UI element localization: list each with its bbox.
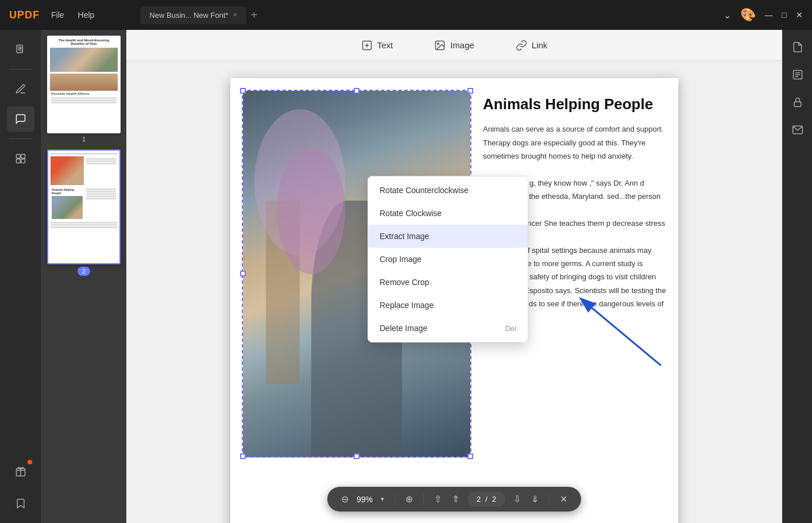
toolbar-image[interactable]: Image <box>425 35 484 56</box>
toolbar-text[interactable]: Text <box>352 35 403 56</box>
page-down-button[interactable]: ⇩ <box>511 491 523 507</box>
menu-help[interactable]: Help <box>78 10 95 20</box>
page-up-button[interactable]: ⇧ <box>432 491 444 507</box>
article-para-2: homes to help nd anxiety. <box>548 152 633 160</box>
sidebar-item-pages[interactable] <box>7 37 34 62</box>
close-toolbar-button[interactable]: ✕ <box>558 491 570 507</box>
zoom-out-button[interactable]: ⊖ <box>339 491 351 507</box>
handle-bottom-mid[interactable] <box>354 453 359 459</box>
tab-close[interactable]: × <box>233 11 237 19</box>
svg-rect-16 <box>794 102 801 106</box>
sidebar-item-organize[interactable] <box>7 146 34 171</box>
svg-rect-6 <box>21 155 25 159</box>
gift-badge <box>28 460 32 464</box>
text-icon <box>361 40 373 51</box>
menu-delete-shortcut: Del <box>505 324 516 333</box>
handle-top-mid[interactable] <box>354 88 359 94</box>
sidebar-item-gift[interactable] <box>7 459 34 484</box>
divider-3 <box>549 494 550 505</box>
menu-extract-label: Extract Image <box>380 232 429 241</box>
svg-rect-7 <box>16 159 20 163</box>
menu-replace-image[interactable]: Replace Image <box>368 294 528 317</box>
sidebar-item-comment[interactable] <box>7 106 34 132</box>
menu-extract-image[interactable]: Extract Image <box>368 225 528 248</box>
menu-replace-label: Replace Image <box>380 301 434 310</box>
page-bottom-button[interactable]: ⇓ <box>529 491 541 507</box>
divider-1 <box>395 494 395 505</box>
page-indicator: 2 / 2 <box>467 491 505 507</box>
tab-add[interactable]: + <box>251 9 258 22</box>
thumbnail-page-1[interactable]: The Health and Mood-BoostingBenefits of … <box>46 36 122 143</box>
divider-2 <box>423 494 424 505</box>
sidebar-item-edit[interactable] <box>7 76 34 102</box>
svg-point-12 <box>438 43 439 44</box>
minimize-button[interactable]: — <box>765 10 773 20</box>
menu-rotate-ccw-label: Rotate Counterclockwise <box>380 186 469 195</box>
svg-rect-5 <box>16 155 20 159</box>
handle-mid-left[interactable] <box>240 271 246 276</box>
app-logo: UPDF <box>9 9 40 21</box>
context-menu: Rotate Counterclockwise Rotate Clockwise… <box>368 176 528 343</box>
handle-bottom-right[interactable] <box>467 453 473 459</box>
main-layout: The Health and Mood-BoostingBenefits of … <box>0 30 812 523</box>
thumbnail-panel: The Health and Mood-BoostingBenefits of … <box>41 30 126 523</box>
handle-bottom-left[interactable] <box>240 453 246 459</box>
titlebar-menu: File Help <box>51 10 94 20</box>
tab-name: New Busin... New Font* <box>149 11 228 20</box>
image-icon <box>434 40 446 51</box>
top-toolbar: Text Image Link <box>126 30 782 61</box>
right-sidebar <box>782 30 812 523</box>
menu-crop-label: Crop Image <box>380 255 422 264</box>
menu-delete-image[interactable]: Delete Image Del <box>368 317 528 340</box>
right-sidebar-lock[interactable] <box>787 92 808 113</box>
window-controls: — □ ✕ <box>765 10 803 20</box>
chevron-down-icon[interactable]: ⌄ <box>724 10 731 21</box>
left-sidebar <box>0 30 41 523</box>
thumbnail-label-1: 1 <box>82 136 86 143</box>
thumbnail-image-1: The Health and Mood-BoostingBenefits of … <box>47 36 121 133</box>
tab-active[interactable]: New Busin... New Font* × <box>140 6 246 24</box>
sidebar-gift-wrap <box>7 459 34 484</box>
toolbar-link[interactable]: Link <box>506 35 557 56</box>
toolbar-text-label: Text <box>377 40 393 50</box>
page-top-button[interactable]: ⇑ <box>450 491 462 507</box>
menu-crop-image[interactable]: Crop Image <box>368 248 528 271</box>
thumbnail-page-2[interactable]: Animals Helping People <box>46 149 122 276</box>
sidebar-divider-2 <box>9 139 32 139</box>
zoom-in-button[interactable]: ⊕ <box>403 491 415 507</box>
page-total: 2 <box>492 495 496 503</box>
toolbar-image-label: Image <box>450 40 474 50</box>
zoom-dropdown-button[interactable]: ▾ <box>378 493 386 505</box>
content-scroll[interactable]: Animals Helping People Animals can serve… <box>126 61 782 523</box>
zoom-level: 99% <box>357 495 373 504</box>
titlebar-right: ⌄ 🎨 — □ ✕ <box>724 7 803 22</box>
titlebar-tabs: New Busin... New Font* × + <box>140 6 257 24</box>
sidebar-divider-1 <box>9 69 32 70</box>
titlebar: UPDF File Help New Busin... New Font* × … <box>0 0 812 30</box>
svg-rect-4 <box>19 47 23 52</box>
sidebar-item-bookmark[interactable] <box>7 491 34 516</box>
menu-remove-crop-label: Remove Crop <box>380 278 429 287</box>
avatar-icon[interactable]: 🎨 <box>740 7 756 22</box>
close-button[interactable]: ✕ <box>796 10 803 20</box>
menu-file[interactable]: File <box>51 10 64 20</box>
page-current: 2 <box>477 495 481 503</box>
svg-rect-8 <box>21 159 25 163</box>
right-sidebar-doc[interactable] <box>787 37 808 57</box>
toolbar-link-label: Link <box>532 40 548 50</box>
menu-remove-crop[interactable]: Remove Crop <box>368 271 528 294</box>
bottom-toolbar: ⊖ 99% ▾ ⊕ ⇧ ⇑ 2 / 2 ⇩ ⇓ ✕ <box>327 487 581 512</box>
handle-top-right[interactable] <box>467 88 473 94</box>
menu-rotate-ccw[interactable]: Rotate Counterclockwise <box>368 179 528 202</box>
menu-delete-label: Delete Image <box>380 324 427 333</box>
right-sidebar-pdfa[interactable] <box>787 64 808 85</box>
content-area: Text Image Link <box>126 30 782 523</box>
right-sidebar-mail[interactable] <box>787 120 808 140</box>
maximize-button[interactable]: □ <box>782 10 787 20</box>
thumbnail-label-2: 2 <box>78 267 90 276</box>
article-title: Animals Helping People <box>483 95 667 113</box>
thumbnail-image-2: Animals Helping People <box>47 149 121 264</box>
handle-top-left[interactable] <box>240 88 246 94</box>
link-icon <box>516 40 527 51</box>
menu-rotate-cw[interactable]: Rotate Clockwise <box>368 202 528 225</box>
